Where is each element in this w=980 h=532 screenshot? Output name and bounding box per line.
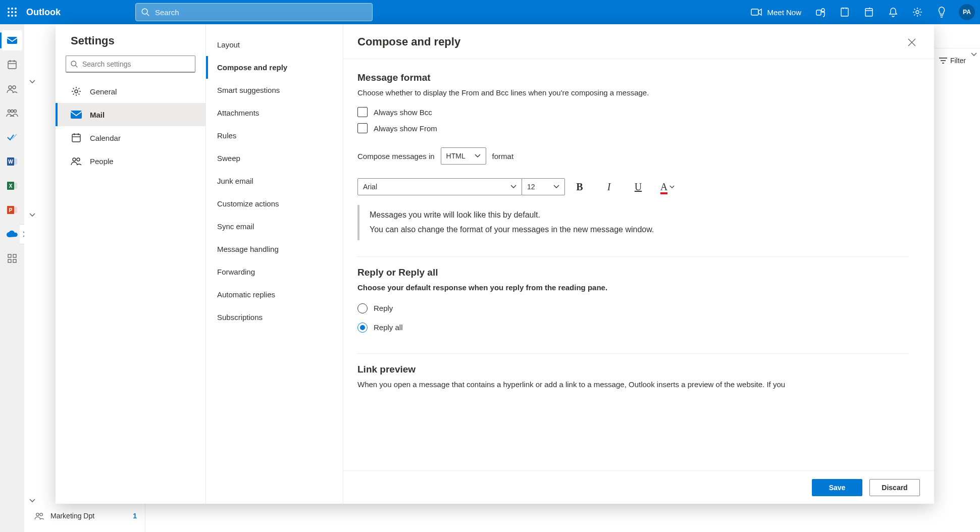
teams-icon [815,7,826,17]
folder-chevron-2[interactable] [29,213,35,217]
search-icon [141,8,150,17]
account-avatar[interactable]: PA [959,4,975,20]
notifications-button[interactable] [881,0,905,24]
tips-button[interactable] [930,0,954,24]
radio-reply[interactable]: Reply [357,299,909,318]
subnav-sweep[interactable]: Sweep [206,147,343,170]
settings-search-input[interactable] [78,60,191,69]
subnav-smart-suggestions[interactable]: Smart suggestions [206,79,343,101]
subnav-sync-email[interactable]: Sync email [206,215,343,238]
rail-more-apps[interactable] [2,248,22,269]
settings-cat-people[interactable]: People [56,149,205,173]
font-name-dropdown[interactable]: Arial [357,178,522,195]
folder-count: 1 [133,512,137,520]
settings-scroll-area[interactable]: Message format Choose whether to display… [343,59,934,470]
calendar-icon [7,60,17,70]
settings-cat-calendar[interactable]: Calendar [56,126,205,149]
global-search-input[interactable] [150,8,367,17]
divider [357,353,909,354]
svg-line-54 [76,65,78,67]
rail-calendar[interactable] [2,55,22,75]
subnav-subscriptions[interactable]: Subscriptions [206,306,343,329]
svg-point-61 [73,158,76,161]
reading-pane-toggle[interactable] [971,52,977,57]
mail-icon [71,111,82,119]
settings-cat-label: People [90,157,114,166]
settings-dialog: Settings General Mail Calendar People La… [56,24,934,504]
svg-point-51 [36,513,39,516]
underline-button[interactable]: U [624,178,653,196]
subnav-customize-actions[interactable]: Customize actions [206,192,343,215]
teams-button[interactable] [808,0,833,24]
todo-icon [7,133,18,141]
filter-button[interactable]: Filter [939,57,966,65]
subnav-junk-email[interactable]: Junk email [206,170,343,192]
checkbox-always-show-bcc[interactable]: Always show Bcc [357,104,909,120]
subnav-forwarding[interactable]: Forwarding [206,260,343,283]
top-bar-actions: Meet Now PA [744,0,980,24]
section-link-preview-desc: When you open a message that contains a … [357,380,909,389]
rail-excel[interactable]: X [2,176,22,196]
settings-cat-general[interactable]: General [56,80,205,103]
subnav-message-handling[interactable]: Message handling [206,238,343,260]
settings-cat-mail[interactable]: Mail [56,103,205,126]
svg-rect-43 [13,259,16,262]
svg-rect-36 [14,183,17,189]
font-preview: Messages you write will look like this b… [357,205,909,240]
svg-point-7 [11,15,13,17]
bold-button[interactable]: B [565,178,594,196]
section-message-format-title: Message format [357,72,909,83]
subnav-automatic-replies[interactable]: Automatic replies [206,283,343,306]
radio-reply-all[interactable]: Reply all [357,318,909,337]
calendar-icon [71,133,82,143]
rail-mail[interactable] [2,30,22,50]
rail-people[interactable] [2,79,22,99]
checkbox-always-show-from[interactable]: Always show From [357,120,909,136]
subnav-rules[interactable]: Rules [206,124,343,147]
notes-button[interactable] [833,0,857,24]
subnav-label: Sweep [217,154,240,163]
divider [357,256,909,257]
folder-chevron-3[interactable] [29,499,35,503]
folder-label: Marketing Dpt [50,512,94,520]
settings-button[interactable] [905,0,930,24]
compose-format-dropdown[interactable]: HTML [441,147,486,165]
bell-icon [889,7,898,17]
svg-point-6 [8,15,10,17]
rail-powerpoint[interactable]: P [2,200,22,220]
rail-groups[interactable] [2,103,22,123]
preview-line-1: Messages you write will look like this b… [370,208,909,223]
people-icon [71,156,82,166]
italic-button[interactable]: I [594,178,624,196]
subnav-label: Forwarding [217,268,255,276]
chevron-down-icon [29,213,35,217]
settings-cat-label: Mail [90,111,105,119]
radio-icon [357,303,368,313]
app-top-bar: Outlook Meet Now PA [0,0,980,24]
rail-todo[interactable] [2,127,22,147]
subnav-compose-and-reply[interactable]: Compose and reply [206,56,343,79]
close-button[interactable] [905,35,919,49]
settings-search[interactable] [66,56,195,73]
svg-point-29 [11,110,14,113]
save-button[interactable]: Save [812,479,862,496]
subnav-label: Customize actions [217,199,279,208]
rail-word[interactable]: W [2,151,22,172]
svg-rect-56 [71,111,82,119]
global-search[interactable] [135,3,373,21]
folder-chevron-1[interactable] [29,80,35,84]
myday-button[interactable] [857,0,881,24]
subnav-label: Smart suggestions [217,86,280,94]
checkbox-label: Always show From [374,124,437,133]
subnav-attachments[interactable]: Attachments [206,101,343,124]
rail-onedrive[interactable] [2,224,22,244]
subnav-layout[interactable]: Layout [206,33,343,56]
chevron-down-icon [475,154,481,158]
app-launcher-button[interactable] [0,0,24,24]
gear-icon [71,86,82,96]
folder-marketing-dpt[interactable]: Marketing Dpt 1 [24,507,145,525]
font-size-dropdown[interactable]: 12 [522,178,565,195]
meet-now-button[interactable]: Meet Now [744,0,808,24]
font-color-button[interactable]: A [653,178,682,196]
discard-button[interactable]: Discard [869,479,920,496]
